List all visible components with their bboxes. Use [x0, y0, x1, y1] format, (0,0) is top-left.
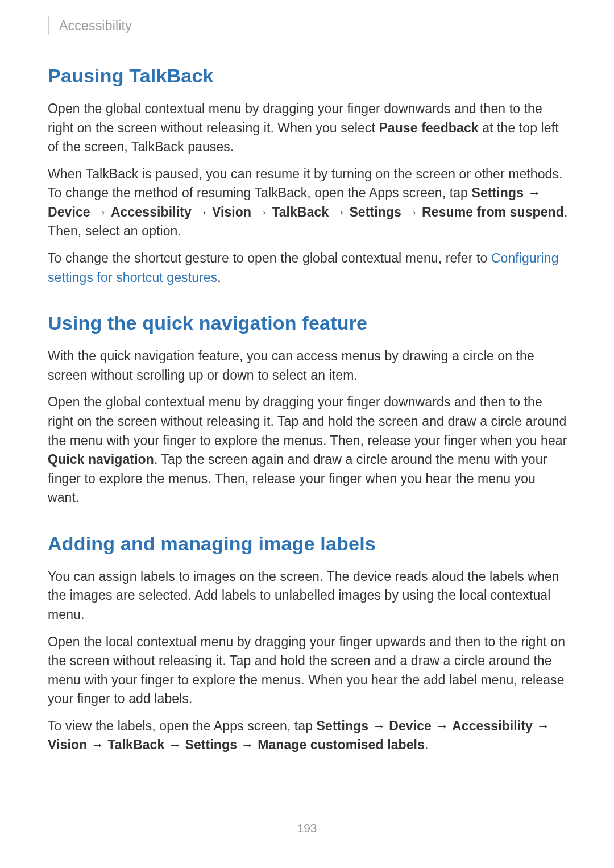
arrow-icon: → [90, 205, 111, 219]
arrow-icon: → [329, 205, 349, 219]
path-settings: Settings [185, 737, 238, 752]
labels-para-2: Open the local contextual menu by draggi… [48, 633, 570, 709]
page-container: Accessibility Pausing TalkBack Open the … [0, 0, 614, 755]
path-settings: Settings [317, 719, 369, 733]
arrow-icon: → [237, 737, 258, 752]
heading-quick-navigation: Using the quick navigation feature [48, 312, 570, 334]
arrow-icon: → [164, 737, 185, 752]
quicknav-para-1: With the quick navigation feature, you c… [48, 347, 570, 385]
text-segment: . [425, 737, 429, 752]
labels-para-1: You can assign labels to images on the s… [48, 567, 570, 625]
pausing-para-1: Open the global contextual menu by dragg… [48, 99, 570, 157]
heading-image-labels: Adding and managing image labels [48, 533, 570, 555]
path-device: Device [389, 719, 432, 733]
pausing-para-2: When TalkBack is paused, you can resume … [48, 165, 570, 241]
page-number: 193 [0, 821, 614, 835]
path-settings: Settings [349, 205, 401, 219]
page-header: Accessibility [48, 16, 570, 35]
path-talkback: TalkBack [107, 737, 164, 752]
bold-pause-feedback: Pause feedback [379, 121, 478, 135]
text-segment: To view the labels, open the Apps screen… [48, 719, 317, 733]
text-segment: To change the shortcut gesture to open t… [48, 251, 491, 265]
path-settings: Settings [472, 185, 524, 200]
arrow-icon: → [432, 719, 452, 733]
path-accessibility: Accessibility [111, 205, 192, 219]
arrow-icon: → [87, 737, 107, 752]
text-segment: . [217, 270, 221, 285]
path-talkback: TalkBack [272, 205, 329, 219]
arrow-icon: → [524, 185, 541, 200]
arrow-icon: → [533, 719, 550, 733]
arrow-icon: → [368, 719, 389, 733]
arrow-icon: → [251, 205, 272, 219]
path-vision: Vision [48, 737, 87, 752]
path-vision: Vision [212, 205, 251, 219]
path-accessibility: Accessibility [452, 719, 533, 733]
quicknav-para-2: Open the global contextual menu by dragg… [48, 393, 570, 507]
bold-quick-navigation: Quick navigation [48, 452, 154, 467]
header-divider [48, 16, 49, 35]
heading-pausing-talkback: Pausing TalkBack [48, 65, 570, 87]
text-segment: Open the global contextual menu by dragg… [48, 394, 567, 447]
arrow-icon: → [192, 205, 212, 219]
path-device: Device [48, 205, 90, 219]
path-resume-from-suspend: Resume from suspend [422, 205, 564, 219]
path-manage-customised-labels: Manage customised labels [258, 737, 425, 752]
arrow-icon: → [401, 205, 422, 219]
labels-para-3: To view the labels, open the Apps screen… [48, 717, 570, 755]
pausing-para-3: To change the shortcut gesture to open t… [48, 249, 570, 287]
breadcrumb: Accessibility [59, 18, 132, 34]
